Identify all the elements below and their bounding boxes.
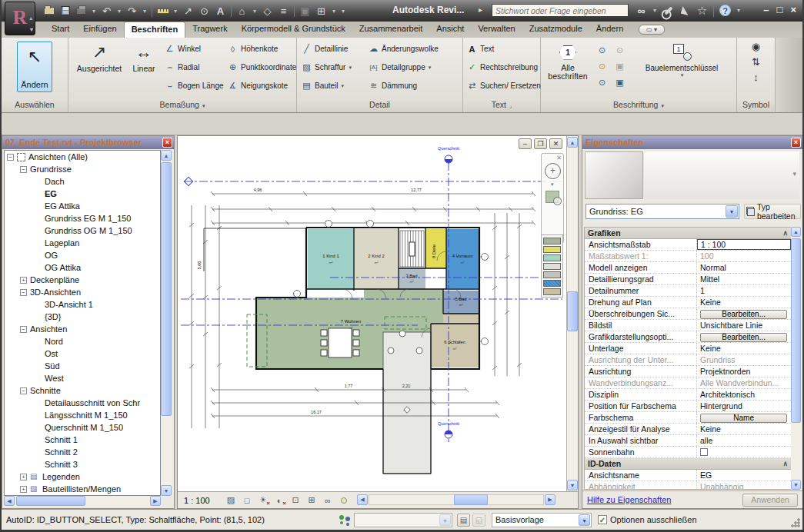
search-icon[interactable]: ∞ [638,5,646,17]
switch-windows-dropdown-icon[interactable]: ▾ [330,4,338,18]
canvas-vertical-scrollbar[interactable]: ▲ ▼ [566,136,578,491]
scroll-up-icon[interactable]: ▲ [567,137,578,148]
hoehenkote-button[interactable]: ◊Höhenkote [227,41,278,57]
detail-level-icon[interactable]: ▨ [225,494,237,506]
prop-value-field[interactable]: EG [697,470,791,480]
text-button[interactable]: AText [466,41,494,57]
preview-dropdown-icon[interactable]: ▾ [792,170,796,178]
print-dropdown-icon[interactable]: ▾ [90,4,98,18]
tree-item-eg-attika[interactable]: EG Attika [5,200,160,212]
resize-grip[interactable] [791,518,800,527]
text-icon[interactable]: A [213,4,228,18]
scroll-left-icon[interactable]: ◀ [357,494,368,505]
farbschema-name-button[interactable]: Name [700,414,787,423]
daemmung-button[interactable]: ≋Dämmung [368,78,417,94]
aligned-dimension-icon[interactable] [155,4,170,18]
room-bad3[interactable] [399,268,425,289]
subscription-key-icon[interactable] [661,3,676,18]
expand-icon[interactable]: + [20,277,27,284]
winkel-button[interactable]: ∠Winkel [164,41,201,57]
minimize-button[interactable]: – [763,4,769,15]
span-direction-icon[interactable]: ⇅ [752,56,760,68]
panel-label-symbol[interactable]: Symbol [737,98,775,112]
thin-lines-icon[interactable]: ≡ [276,4,291,18]
tab-start[interactable]: Start [45,22,76,38]
neigungskote-button[interactable]: ∡Neigungskote [227,78,288,94]
sonnenbahn-checkbox[interactable] [700,448,708,456]
scroll-left-icon[interactable]: ◀ [4,496,15,506]
tab-aendern[interactable]: Ändern [589,22,630,38]
communication-center-icon[interactable] [678,3,692,18]
expand-icon[interactable]: + [20,474,27,480]
design-options-icon[interactable]: ▤ [457,514,470,527]
suchen-ersetzen-button[interactable]: ⇄Suchen/ Ersetzen [466,78,541,94]
type-selector[interactable]: Grundriss: EG▾ [585,204,739,219]
section-id-daten[interactable]: ID-Daten∧ [585,458,791,470]
floor-plan[interactable]: Querschnitt Querschnitt 4,96 12,77 5,66 [178,136,566,491]
tree-item-og[interactable]: OG [5,249,160,261]
collapse-section-icon[interactable]: ∧ [782,228,788,238]
multi-category-tag-icon[interactable]: ⊙ [599,78,606,88]
shadows-icon[interactable]: ◐× [273,494,285,506]
tag-all-button[interactable]: 1 Alle beschriften [544,41,592,81]
view-scale-button[interactable]: 1 : 100 [184,496,221,505]
default-3d-view-icon[interactable]: ⌂ [235,4,249,18]
tree-item-grundrisse[interactable]: −Grundrisse [5,163,160,175]
linear-dimension-button[interactable]: ↔ Linear [128,41,159,73]
dimension-dropdown-icon[interactable]: ▾ [172,4,179,18]
redo-icon[interactable]: ↷ [125,4,139,18]
tree-item-grundriss-og-m[interactable]: Grundriss OG M 1_150 [5,224,160,237]
scroll-down-icon[interactable]: ▼ [161,485,172,496]
undo-icon[interactable]: ↶ [99,4,114,18]
scroll-right-icon[interactable]: ▶ [150,496,161,506]
modify-button[interactable]: ↖ Ändern [17,42,52,92]
scroll-up-icon[interactable]: ▲ [161,150,172,161]
panel-label-beschriftung[interactable]: Beschriftung ▾ [541,98,736,112]
section-icon[interactable]: ◇ [260,4,275,18]
bearbeiten-button[interactable]: Bearbeiten... [700,333,787,342]
navbar-close-icon[interactable]: ✕ [556,155,562,161]
browser-vertical-scrollbar[interactable]: ▲ ▼ [161,150,172,496]
reveal-hidden-icon[interactable]: ∞ [322,494,334,506]
worksets-icon[interactable] [339,514,351,525]
scroll-down-icon[interactable]: ▼ [567,480,578,490]
close-hidden-windows-icon[interactable]: ▣ [298,4,312,18]
tag-icon[interactable]: ⊙ [197,4,212,18]
tree-item-querschnitt[interactable]: Querschnitt M 1_150 [5,421,160,434]
prop-value-field[interactable]: Normal [697,262,791,273]
visual-style-icon[interactable]: □ [241,494,253,506]
tab-tragwerk[interactable]: Tragwerk [185,22,234,38]
prop-value-field[interactable]: Unsichtbare Linie [697,320,791,331]
tab-koerpermodell[interactable]: Körpermodell & Grundstück [235,22,352,38]
help-icon[interactable]: ? [718,3,732,18]
tree-item-schnitt-3[interactable]: Schnitt 3 [5,458,160,470]
prop-value-field[interactable]: Mittel [697,274,791,284]
save-icon[interactable] [58,4,72,18]
title-flyout-icon[interactable]: ▸ [479,5,482,14]
tree-item-bauteillisten[interactable]: +▨Bauteillisten/Mengen [5,483,160,495]
punktkoordinate-button[interactable]: ⊕Punktkoordinate [227,59,296,75]
qat-customize-icon[interactable]: ▾ [339,4,347,18]
room-kind1[interactable] [308,229,354,289]
close-button[interactable]: × [790,4,796,15]
maximize-button[interactable]: □ [777,4,783,15]
exclude-options-control[interactable]: ✓ Optionen ausschließen [598,515,697,524]
stairs[interactable] [400,231,424,267]
expand-icon[interactable]: + [20,486,27,493]
combo-dropdown-icon[interactable]: ▾ [439,514,451,526]
area-tag-icon[interactable]: ⊙ [599,62,606,71]
view-close-icon[interactable]: ✕ [549,138,562,149]
panel-label-auswaehlen[interactable]: Auswählen [2,98,68,112]
tree-item-schnitt-1[interactable]: Schnitt 1 [5,434,160,446]
tab-zusammenarbeit[interactable]: Zusammenarbeit [352,22,430,38]
tree-item-ost[interactable]: Ost [5,347,160,360]
design-option-combo[interactable]: Basisvorlage▾ [492,513,592,527]
room-vorraum[interactable] [446,229,479,288]
prop-value-field[interactable]: Architektonisch [697,389,791,400]
detailgruppe-button[interactable]: [A]Detailgruppe▾ [368,59,431,75]
undo-dropdown-icon[interactable]: ▾ [115,4,123,18]
collapse-icon[interactable]: − [20,289,27,296]
measure-icon[interactable]: ↗ [181,4,195,18]
panel-label-text[interactable]: Text ⌟ [463,98,540,112]
detaillinie-button[interactable]: ╱Detaillinie [301,41,348,57]
